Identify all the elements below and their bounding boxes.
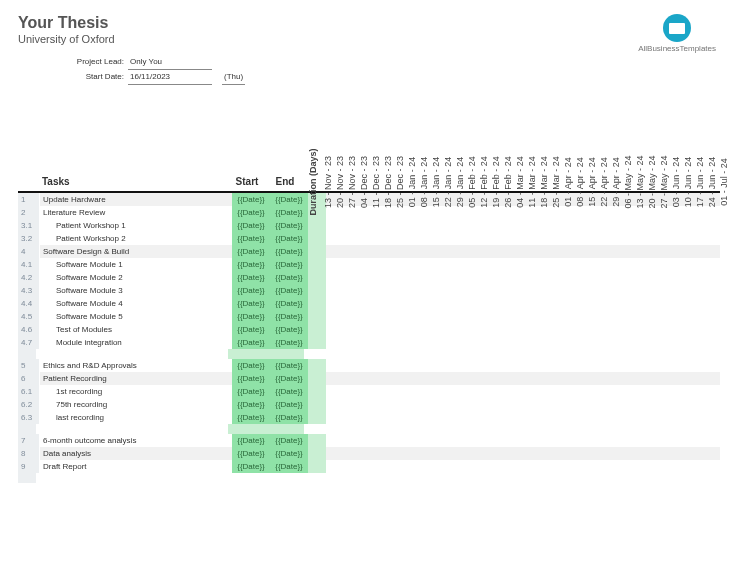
end-date-cell[interactable]: {{Date}}: [270, 434, 308, 447]
start-date-cell[interactable]: {{Date}}: [232, 206, 270, 219]
task-name[interactable]: Ethics and R&D Approvals: [40, 359, 232, 372]
task-row: 3.2Patient Workshop 2{{Date}}{{Date}}: [18, 232, 720, 245]
row-number: 4.7: [18, 336, 40, 349]
row-number: 3.2: [18, 232, 40, 245]
task-row: 6.11st recording{{Date}}{{Date}}: [18, 385, 720, 398]
start-date-cell[interactable]: {{Date}}: [232, 245, 270, 258]
laptop-icon: [663, 14, 691, 42]
duration-cell: [308, 359, 326, 372]
end-date-cell[interactable]: {{Date}}: [270, 193, 308, 206]
gantt-row: [326, 359, 734, 372]
task-row: 5Ethics and R&D Approvals{{Date}}{{Date}…: [18, 359, 720, 372]
task-row: 4.1Software Module 1{{Date}}{{Date}}: [18, 258, 720, 271]
start-date-cell[interactable]: {{Date}}: [232, 284, 270, 297]
group-gap: [18, 349, 720, 359]
start-date-cell[interactable]: {{Date}}: [232, 434, 270, 447]
task-name[interactable]: Literature Review: [40, 206, 232, 219]
end-date-cell[interactable]: {{Date}}: [270, 447, 308, 460]
task-name[interactable]: Software Module 2: [40, 271, 232, 284]
duration-cell: [308, 398, 326, 411]
end-date-cell[interactable]: {{Date}}: [270, 310, 308, 323]
task-name[interactable]: Module integration: [40, 336, 232, 349]
gantt-row: [326, 310, 734, 323]
row-number: 5: [18, 359, 40, 372]
row-number: 3.1: [18, 219, 40, 232]
start-date-cell[interactable]: {{Date}}: [232, 336, 270, 349]
row-number: 6.1: [18, 385, 40, 398]
start-date-cell[interactable]: {{Date}}: [232, 258, 270, 271]
gantt-row: [326, 447, 734, 460]
end-date-cell[interactable]: {{Date}}: [270, 271, 308, 284]
duration-cell: [308, 232, 326, 245]
task-name[interactable]: Software Module 3: [40, 284, 232, 297]
project-lead-value[interactable]: Only You: [128, 57, 212, 70]
start-date-label: Start Date:: [18, 72, 128, 85]
duration-cell: [308, 258, 326, 271]
task-name[interactable]: Patient Workshop 2: [40, 232, 232, 245]
start-date-cell[interactable]: {{Date}}: [232, 460, 270, 473]
end-date-cell[interactable]: {{Date}}: [270, 460, 308, 473]
end-date-cell[interactable]: {{Date}}: [270, 232, 308, 245]
end-date-cell[interactable]: {{Date}}: [270, 284, 308, 297]
row-number: 4.1: [18, 258, 40, 271]
task-row: 6.275th recording{{Date}}{{Date}}: [18, 398, 720, 411]
task-name[interactable]: Data analysis: [40, 447, 232, 460]
start-date-cell[interactable]: {{Date}}: [232, 271, 270, 284]
task-name[interactable]: 6-month outcome analysis: [40, 434, 232, 447]
duration-cell: [308, 385, 326, 398]
gantt-row: [326, 219, 734, 232]
start-date-cell[interactable]: {{Date}}: [232, 398, 270, 411]
task-name[interactable]: Draft Report: [40, 460, 232, 473]
task-name[interactable]: Patient Recording: [40, 372, 232, 385]
end-date-cell[interactable]: {{Date}}: [270, 411, 308, 424]
end-date-cell[interactable]: {{Date}}: [270, 398, 308, 411]
task-row: 4.3Software Module 3{{Date}}{{Date}}: [18, 284, 720, 297]
end-date-cell[interactable]: {{Date}}: [270, 245, 308, 258]
task-name[interactable]: Software Module 1: [40, 258, 232, 271]
task-name[interactable]: Software Design & Build: [40, 245, 232, 258]
end-date-cell[interactable]: {{Date}}: [270, 219, 308, 232]
start-date-cell[interactable]: {{Date}}: [232, 310, 270, 323]
task-name[interactable]: Software Module 5: [40, 310, 232, 323]
gantt-row: [326, 271, 734, 284]
start-date-cell[interactable]: {{Date}}: [232, 232, 270, 245]
start-date-cell[interactable]: {{Date}}: [232, 372, 270, 385]
end-date-cell[interactable]: {{Date}}: [270, 359, 308, 372]
task-name[interactable]: 1st recording: [40, 385, 232, 398]
column-headers: Tasks Start End Duration (Days) 13 - Nov…: [18, 93, 720, 193]
end-date-cell[interactable]: {{Date}}: [270, 206, 308, 219]
task-name[interactable]: 75th recording: [40, 398, 232, 411]
start-date-cell[interactable]: {{Date}}: [232, 323, 270, 336]
start-date-cell[interactable]: {{Date}}: [232, 385, 270, 398]
logo: AllBusinessTemplates: [638, 14, 716, 53]
end-date-cell[interactable]: {{Date}}: [270, 323, 308, 336]
start-date-value[interactable]: 16/11/2023: [128, 72, 212, 85]
gantt-row: [326, 284, 734, 297]
task-name[interactable]: Update Hardware: [40, 193, 232, 206]
task-name[interactable]: Patient Workshop 1: [40, 219, 232, 232]
end-date-cell[interactable]: {{Date}}: [270, 258, 308, 271]
row-number: 2: [18, 206, 40, 219]
gantt-row: [326, 297, 734, 310]
group-gap: [18, 473, 720, 483]
start-date-cell[interactable]: {{Date}}: [232, 447, 270, 460]
task-name[interactable]: last recording: [40, 411, 232, 424]
start-date-cell[interactable]: {{Date}}: [232, 297, 270, 310]
project-lead-label: Project Lead:: [18, 57, 128, 70]
start-date-cell[interactable]: {{Date}}: [232, 359, 270, 372]
task-name[interactable]: Test of Modules: [40, 323, 232, 336]
end-date-cell[interactable]: {{Date}}: [270, 336, 308, 349]
duration-cell: [308, 447, 326, 460]
task-row: 4.2Software Module 2{{Date}}{{Date}}: [18, 271, 720, 284]
end-date-cell[interactable]: {{Date}}: [270, 385, 308, 398]
end-date-cell[interactable]: {{Date}}: [270, 372, 308, 385]
end-date-cell[interactable]: {{Date}}: [270, 297, 308, 310]
task-table: 1Update Hardware{{Date}}{{Date}}2Literat…: [18, 193, 720, 483]
start-date-cell[interactable]: {{Date}}: [232, 193, 270, 206]
start-date-cell[interactable]: {{Date}}: [232, 219, 270, 232]
start-date-cell[interactable]: {{Date}}: [232, 411, 270, 424]
duration-cell: [308, 271, 326, 284]
task-row: 4.6Test of Modules{{Date}}{{Date}}: [18, 323, 720, 336]
task-name[interactable]: Software Module 4: [40, 297, 232, 310]
gantt-row: [326, 258, 734, 271]
